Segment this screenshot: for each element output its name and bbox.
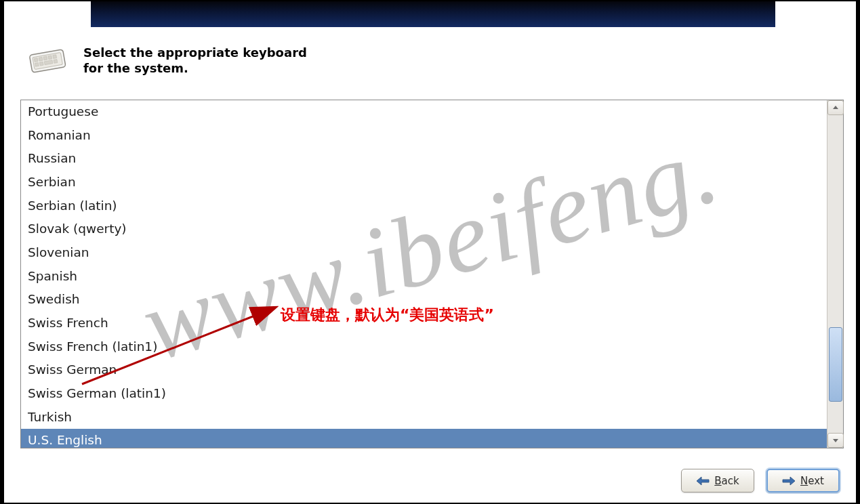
nav-buttons: Back Next [681,469,840,492]
scroll-thumb[interactable] [829,327,842,402]
next-button-label: Next [800,475,824,487]
next-button[interactable]: Next [766,469,840,492]
back-button[interactable]: Back [681,469,754,492]
list-item[interactable]: Swedish [21,288,827,312]
list-item[interactable]: Swiss German (latin1) [21,382,827,406]
svg-rect-7 [35,62,39,66]
list-item[interactable]: U.S. English [21,429,827,448]
list-item[interactable]: Slovenian [21,241,827,265]
svg-rect-10 [54,60,58,64]
keyboard-list-container: PortugueseRomanianRussianSerbianSerbian … [20,100,844,448]
list-item[interactable]: Swiss French (latin1) [21,335,827,359]
list-item[interactable]: Romanian [21,124,827,148]
list-item[interactable]: Spanish [21,265,827,289]
arrow-right-icon [782,476,796,486]
svg-rect-6 [53,55,57,59]
header: Select the appropriate keyboard for the … [26,45,365,76]
svg-rect-5 [48,56,52,60]
installer-window: Select the appropriate keyboard for the … [3,0,857,504]
back-button-label: Back [714,475,739,487]
header-prompt: Select the appropriate keyboard for the … [83,45,314,76]
scroll-up-button[interactable] [827,100,844,115]
list-item[interactable]: Serbian (latin) [21,194,827,218]
scrollbar[interactable] [827,100,843,448]
svg-rect-3 [39,57,43,61]
list-item[interactable]: Russian [21,147,827,171]
list-item[interactable]: Portuguese [21,100,827,124]
arrow-left-icon [696,476,710,486]
list-item[interactable]: Swiss German [21,358,827,382]
svg-rect-8 [39,62,43,66]
svg-rect-2 [34,58,38,62]
top-banner [91,1,775,27]
keyboard-icon [26,45,68,75]
list-item[interactable]: Turkish [21,406,827,429]
scroll-down-button[interactable] [827,433,844,448]
list-item[interactable]: Slovak (qwerty) [21,217,827,241]
keyboard-list[interactable]: PortugueseRomanianRussianSerbianSerbian … [21,100,827,448]
list-item[interactable]: Serbian [21,171,827,194]
list-item[interactable]: Swiss French [21,312,827,335]
svg-rect-4 [43,56,47,60]
